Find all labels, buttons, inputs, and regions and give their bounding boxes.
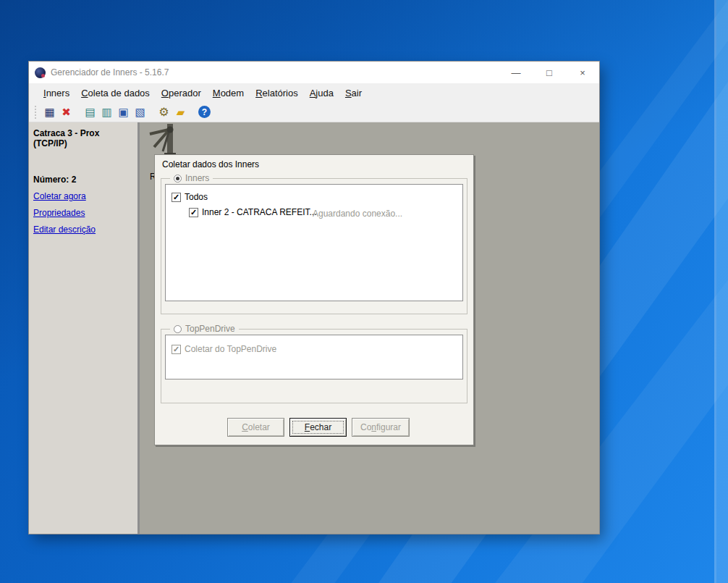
turnstile-image: [145, 122, 183, 157]
manual-icon[interactable]: ▰: [172, 104, 189, 120]
inners-group-label: Inners: [170, 173, 213, 183]
toppendrive-radio[interactable]: [174, 325, 182, 333]
delete-icon[interactable]: ✖: [58, 104, 75, 120]
toppendrive-checkbox[interactable]: [172, 345, 181, 354]
export-icon[interactable]: ▧: [132, 104, 148, 120]
toolbar-grip: [35, 106, 38, 119]
sidebar: Catraca 3 - Prox (TCP/IP) Número: 2 Cole…: [29, 122, 137, 534]
menu-operador[interactable]: Operador: [156, 88, 207, 98]
todos-label: Todos: [185, 192, 208, 202]
menu-coleta-de-dados[interactable]: Coleta de dados: [75, 88, 156, 98]
list-item-inner2[interactable]: Inner 2 - CATRACA REFEIT...: [189, 207, 316, 217]
help-icon-glyph: ?: [198, 106, 211, 118]
window-controls: — □ ×: [499, 62, 599, 83]
link-propriedades[interactable]: Propriedades: [33, 208, 133, 218]
inner2-status: Aguardando conexão...: [313, 209, 402, 219]
collect-dialog: Coletar dados dos Inners Inners Todos: [154, 154, 474, 445]
save-icon[interactable]: ▣: [115, 104, 132, 120]
menu-sair[interactable]: Sair: [339, 88, 368, 98]
toppendrive-group-label: TopPenDrive: [170, 324, 239, 334]
inner2-label: Inner 2 - CATRACA REFEIT...: [202, 207, 316, 217]
minimize-button[interactable]: —: [499, 62, 533, 83]
toppendrive-group-text: TopPenDrive: [185, 324, 235, 334]
list-item-todos[interactable]: Todos: [172, 192, 208, 202]
configurar-button[interactable]: Configurar: [352, 418, 410, 437]
toolbar: ▦ ✖ ▤ ▥ ▣ ▧ ⚙ ▰ ?: [29, 102, 599, 122]
todos-checkbox[interactable]: [172, 193, 181, 202]
toppendrive-row: Coletar do TopPenDrive: [172, 344, 276, 354]
toppendrive-group: TopPenDrive Coletar do TopPenDrive: [161, 329, 467, 403]
collect-data-icon[interactable]: ▤: [82, 104, 98, 120]
inners-group: Inners Todos Inner 2 - CATRACA REFEIT...: [161, 178, 467, 314]
inners-group-text: Inners: [185, 173, 209, 183]
wallpaper-edge-line: [714, 0, 716, 583]
desktop: Gerenciador de Inners - 5.16.7 — □ × Inn…: [0, 0, 728, 583]
toppendrive-box: Coletar do TopPenDrive: [165, 335, 463, 379]
window-body: Catraca 3 - Prox (TCP/IP) Número: 2 Cole…: [29, 122, 599, 534]
link-editar-descricao[interactable]: Editar descrição: [33, 225, 133, 235]
menu-relatorios[interactable]: Relatórios: [250, 88, 304, 98]
main-panel: R Coletar dados dos Inners Inners: [140, 122, 599, 534]
toppendrive-checkbox-label: Coletar do TopPenDrive: [185, 344, 276, 354]
device-number: Número: 2: [33, 175, 133, 185]
titlebar[interactable]: Gerenciador de Inners - 5.16.7 — □ ×: [29, 62, 599, 83]
menu-ajuda[interactable]: Ajuda: [304, 88, 339, 98]
menu-modem[interactable]: Modem: [207, 88, 250, 98]
app-window: Gerenciador de Inners - 5.16.7 — □ × Inn…: [29, 62, 599, 534]
coletar-button[interactable]: Coletar: [227, 418, 284, 437]
window-title: Gerenciador de Inners - 5.16.7: [51, 67, 169, 77]
device-title: Catraca 3 - Prox (TCP/IP): [33, 128, 133, 148]
app-icon: [35, 67, 46, 78]
dialog-title: Coletar dados dos Inners: [162, 159, 259, 169]
inners-monitor-icon[interactable]: ▦: [41, 104, 58, 120]
link-coletar-agora[interactable]: Coletar agora: [33, 191, 133, 201]
help-icon[interactable]: ?: [196, 104, 213, 120]
menu-inners[interactable]: Inners: [38, 88, 75, 98]
settings-icon[interactable]: ⚙: [156, 104, 172, 120]
maximize-button[interactable]: □: [533, 62, 566, 83]
wallpaper-edge-strip: [716, 0, 728, 583]
collect-all-icon[interactable]: ▥: [98, 104, 115, 120]
close-button[interactable]: ×: [566, 62, 599, 83]
inners-listbox[interactable]: Todos Inner 2 - CATRACA REFEIT... Aguard…: [165, 184, 463, 301]
fechar-button[interactable]: Fechar: [289, 418, 347, 437]
inners-radio[interactable]: [174, 175, 182, 183]
inner2-checkbox[interactable]: [189, 208, 198, 217]
menubar: Inners Coleta de dados Operador Modem Re…: [29, 83, 599, 102]
